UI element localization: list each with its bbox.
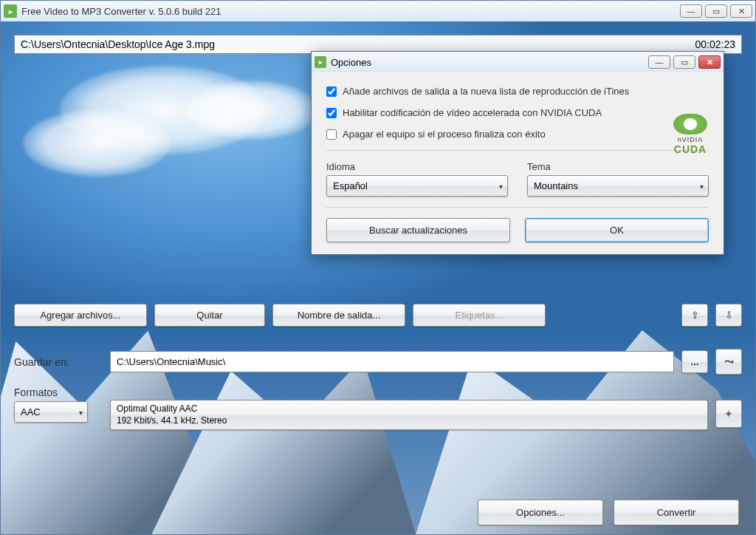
nvidia-eye-icon [673,114,707,134]
save-label: Guardar en: [14,356,103,368]
formats-label: Formatos [14,386,103,398]
check-updates-button[interactable]: Buscar actualizaciones [326,218,510,242]
titlebar: ▸ Free Video to MP3 Converter v. 5.0.6 b… [1,1,755,21]
dialog-title: Opciones [331,57,648,68]
save-path-input[interactable] [110,351,674,372]
theme-label: Tema [527,161,709,172]
dialog-icon: ▸ [315,56,326,68]
dialog-titlebar: ▸ Opciones — ▭ ✕ [312,52,724,72]
minimize-button[interactable]: — [680,4,702,18]
options-dialog: ▸ Opciones — ▭ ✕ nVIDIA CUDA Añade archi… [311,51,724,255]
wand-icon [724,409,733,420]
quality-preset-select[interactable]: Optimal Quality AAC 192 Kbit/s, 44.1 kHz… [110,400,708,430]
dialog-maximize-button[interactable]: ▭ [673,55,695,69]
window-controls: — ▭ ✕ [680,4,752,18]
output-name-button[interactable]: Nombre de salida... [272,304,405,327]
app-icon: ▸ [4,4,17,18]
action-button-row: Agregar archivos... Quitar Nombre de sal… [14,304,742,327]
preset-settings-button[interactable] [715,400,742,428]
cuda-label: Habilitar codificación de vídeo accelera… [343,107,602,118]
close-button[interactable]: ✕ [730,4,752,18]
nvidia-cuda-logo: nVIDIA CUDA [673,114,707,155]
move-down-button[interactable] [715,304,742,327]
itunes-label: Añade archivos de salida a la nueva list… [343,86,629,97]
maximize-button[interactable]: ▭ [705,4,727,18]
dialog-close-button[interactable]: ✕ [698,55,721,69]
divider [326,150,709,151]
quality-title: Optimal Quality AAC [117,403,701,415]
move-up-button[interactable] [681,304,708,327]
itunes-checkbox[interactable] [326,86,337,97]
add-files-button[interactable]: Agregar archivos... [14,304,147,327]
remove-button[interactable]: Quitar [154,304,265,327]
language-select[interactable]: Español [326,175,508,197]
theme-select[interactable]: Mountains [527,175,709,197]
dialog-buttons: Buscar actualizaciones OK [326,218,709,242]
file-duration: 00:02:23 [695,38,736,50]
shutdown-label: Apagar el equipo si el proceso finaliza … [343,129,546,140]
dialog-minimize-button[interactable]: — [648,55,670,69]
bottom-bar: Opciones... Convertir [478,500,739,525]
dialog-body: nVIDIA CUDA Añade archivos de salida a l… [312,72,724,254]
tags-button[interactable]: Etiquetas... [413,304,546,327]
window-title: Free Video to MP3 Converter v. 5.0.6 bui… [21,6,680,17]
language-theme-row: Idioma Español Tema Mountains [326,161,709,197]
open-folder-button[interactable] [715,349,742,375]
dialog-window-controls: — ▭ ✕ [648,55,721,69]
convert-button[interactable]: Convertir [614,500,739,525]
cuda-option: Habilitar codificación de vídeo accelera… [326,107,709,118]
cuda-checkbox[interactable] [326,108,337,118]
ok-button[interactable]: OK [525,218,709,242]
options-button[interactable]: Opciones... [478,500,603,525]
file-path: C:\Users\Ontecnia\Desktop\Ice Age 3.mpg [21,38,215,50]
browse-button[interactable] [681,350,708,373]
formats-row: Formatos AAC Optimal Quality AAC 192 Kbi… [14,386,742,430]
codec-select[interactable]: AAC [14,401,88,423]
folder-open-icon [724,357,734,368]
quality-detail: 192 Kbit/s, 44.1 kHz, Stereo [117,415,701,427]
main-window: ▸ Free Video to MP3 Converter v. 5.0.6 b… [0,0,756,535]
itunes-playlist-option: Añade archivos de salida a la nueva list… [326,86,709,97]
browse-icon [691,356,699,367]
language-label: Idioma [326,161,508,172]
shutdown-option: Apagar el equipo si el proceso finaliza … [326,129,709,140]
save-row: Guardar en: [14,349,742,375]
arrow-down-icon [725,310,733,321]
shutdown-checkbox[interactable] [326,129,337,140]
arrow-up-icon [691,310,699,321]
divider [326,207,709,208]
